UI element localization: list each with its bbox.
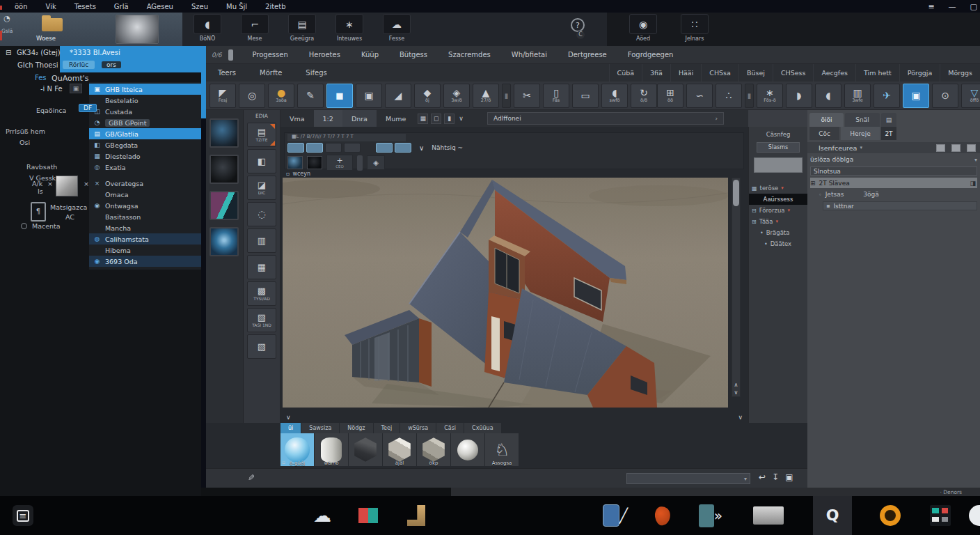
material-tab[interactable]: üi bbox=[280, 423, 301, 433]
list-item[interactable]: ◫ Custada bbox=[89, 106, 201, 117]
material-cell[interactable]: äjäl bbox=[383, 433, 416, 466]
icon-button[interactable]: ✈ bbox=[874, 84, 900, 108]
taskbar-item[interactable]: Q bbox=[813, 496, 852, 535]
outliner-row[interactable]: üslöza döblga ▾ bbox=[810, 156, 977, 163]
material-pin-icon[interactable]: ¶ bbox=[31, 202, 46, 222]
sub-tab[interactable]: Tim hett bbox=[855, 64, 899, 82]
taskbar-item[interactable]: ☁ bbox=[308, 496, 336, 535]
sub-tab[interactable]: Hääi bbox=[670, 64, 701, 82]
sub-tab[interactable]: Büsej bbox=[738, 64, 773, 82]
ribbon-tab[interactable]: Dertgreese bbox=[558, 51, 617, 59]
list-item[interactable]: ◔ GBB GPoint bbox=[89, 117, 201, 128]
right-panel-tab-active[interactable]: öiöi bbox=[809, 113, 844, 127]
icon-button[interactable]: ◢ bbox=[385, 84, 411, 108]
viewport-mini-icon[interactable]: ▦ bbox=[418, 114, 428, 124]
icon-button[interactable]: ∽ bbox=[686, 84, 713, 108]
taskbar-item[interactable] bbox=[928, 496, 952, 535]
tool-column-button[interactable]: ▩ TYSI/AD bbox=[247, 281, 276, 306]
toolbar-button[interactable]: ☁ Fesse bbox=[377, 14, 416, 42]
preview-thumbnail[interactable] bbox=[116, 15, 159, 44]
tree-item[interactable]: • Däätex bbox=[749, 238, 807, 249]
list-item[interactable]: ◉ 3693 Oda bbox=[89, 256, 201, 267]
toolbar-button[interactable]: ∷ Jelnars bbox=[675, 14, 714, 46]
outliner-title[interactable]: Isenfceurea bbox=[819, 144, 857, 152]
icon-button[interactable]: ▣ bbox=[356, 84, 382, 108]
menu-item[interactable]: Mu Šjl bbox=[217, 3, 256, 10]
icon-button[interactable]: ▣ bbox=[903, 84, 929, 108]
sub-tab[interactable]: Sifegs bbox=[294, 64, 338, 82]
tree-item[interactable]: ⊞ Tääa ▾ bbox=[749, 216, 807, 227]
icon-button[interactable]: ∴ bbox=[716, 84, 742, 108]
mini-box-icon[interactable]: ▣ bbox=[70, 84, 82, 93]
material-tab[interactable]: Sawsiza bbox=[301, 423, 339, 433]
outliner-tree-row[interactable]: ▪ Isttnar bbox=[823, 201, 977, 210]
taskbar-item[interactable]: ╱ bbox=[603, 496, 628, 535]
checkbox-icon[interactable]: ▫ bbox=[286, 171, 290, 177]
primary-chip[interactable]: Rörlüc bbox=[63, 61, 95, 69]
material-tab[interactable]: Teej bbox=[374, 423, 400, 433]
icon-button[interactable]: ✎ bbox=[297, 84, 324, 108]
divider-handle[interactable] bbox=[357, 155, 363, 171]
toggle-button[interactable] bbox=[325, 143, 342, 153]
right-panel-tab[interactable]: Snäl bbox=[845, 113, 880, 127]
material-thumb-purple-teal[interactable] bbox=[210, 191, 239, 220]
scroll-down-icon[interactable]: ∨ bbox=[732, 389, 740, 396]
icon-button[interactable]: ⊞ öö bbox=[657, 84, 683, 108]
list-item[interactable]: Mancha bbox=[89, 222, 201, 233]
toolbar-button[interactable]: ∗ Inteuwes bbox=[330, 14, 369, 42]
tool-column-button[interactable]: ▤ TZITE bbox=[247, 123, 276, 147]
folder-icon[interactable] bbox=[42, 18, 63, 31]
mid-panel-preview[interactable] bbox=[754, 157, 803, 173]
user-icon[interactable]: ◔ bbox=[1, 14, 13, 23]
ribbon-tab[interactable]: Heroetes bbox=[299, 51, 351, 59]
icon-button[interactable]: ◼ bbox=[326, 84, 353, 108]
status-icon[interactable]: ▣ bbox=[785, 472, 793, 482]
material-tab[interactable]: Cäsi bbox=[436, 423, 464, 433]
list-item[interactable]: ◧ GBegdata bbox=[89, 139, 201, 150]
render-canvas[interactable]: Umujeutá Ryurksi ~ ▾ bbox=[283, 178, 728, 408]
help-button[interactable]: ? bbox=[571, 18, 585, 32]
toggle-group-label[interactable]: Nähtsiq ~ bbox=[432, 144, 463, 151]
icon-button[interactable]: ▲ 27/ö bbox=[473, 84, 499, 108]
material-cell[interactable]: ökp bbox=[417, 433, 450, 466]
toggle-button[interactable] bbox=[287, 143, 304, 153]
taskbar-item[interactable] bbox=[356, 496, 380, 535]
icon-button[interactable]: ◖ bbox=[815, 84, 841, 108]
taskbar-item[interactable]: » bbox=[699, 496, 722, 535]
radio-button[interactable] bbox=[21, 223, 27, 229]
icon-button[interactable]: ▭ bbox=[572, 84, 599, 108]
icon-button[interactable]: ∗ Fös-ö bbox=[757, 84, 783, 108]
viewport-tab[interactable]: 1:2 bbox=[314, 110, 342, 127]
chevron-down-icon[interactable]: ∨ bbox=[738, 414, 743, 421]
crosshair-button[interactable]: + CEO bbox=[326, 155, 353, 171]
toolbar-button[interactable]: ◖ BöNÖ bbox=[188, 14, 227, 42]
outliner-tree-row[interactable]: ◦ Jetsas 3ögä bbox=[810, 191, 977, 198]
view-mode-button[interactable] bbox=[967, 144, 976, 152]
taskbar-item[interactable] bbox=[969, 496, 980, 535]
material-tab[interactable]: wSürsa bbox=[400, 423, 436, 433]
list-item[interactable]: Omaca bbox=[89, 189, 201, 200]
viewport-tab[interactable]: Vma bbox=[280, 110, 314, 127]
ribbon-tab[interactable]: Szacremdes bbox=[438, 51, 501, 59]
icon-button[interactable]: ◆ öj bbox=[414, 84, 441, 108]
ribbon-handle[interactable] bbox=[228, 49, 233, 61]
tool-column-button[interactable]: ▨ TASI 1ND bbox=[247, 308, 276, 332]
expand-icon[interactable]: ⊞ bbox=[810, 180, 816, 187]
icon-button[interactable]: ▽ öffö bbox=[961, 84, 980, 108]
material-thumb-dark-blue[interactable] bbox=[210, 118, 239, 148]
tree-item[interactable]: ⊟ Förorzua ▾ bbox=[749, 205, 807, 216]
material-cell[interactable]: ♘ Assogsa bbox=[485, 433, 519, 466]
pen-icon[interactable]: ✎ bbox=[248, 473, 255, 483]
menu-icon[interactable]: ≡ bbox=[928, 2, 934, 11]
material-cell[interactable]: wämo bbox=[315, 433, 348, 466]
sub-tab[interactable]: Mörfte bbox=[248, 64, 294, 82]
ribbon-tab[interactable]: Wh/bfietai bbox=[501, 51, 558, 59]
color-swatch[interactable] bbox=[56, 176, 78, 196]
icon-button[interactable]: ⊙ bbox=[932, 84, 958, 108]
right-panel-subtab-chip[interactable]: 2T bbox=[881, 127, 896, 140]
menu-item[interactable]: Szeu bbox=[182, 3, 217, 10]
list-item[interactable]: ◎ Exatia bbox=[89, 162, 201, 173]
material-thumb-dark[interactable] bbox=[210, 155, 239, 184]
icon-button[interactable]: ◗ bbox=[786, 84, 812, 108]
material-ball-thumb[interactable] bbox=[287, 156, 303, 169]
